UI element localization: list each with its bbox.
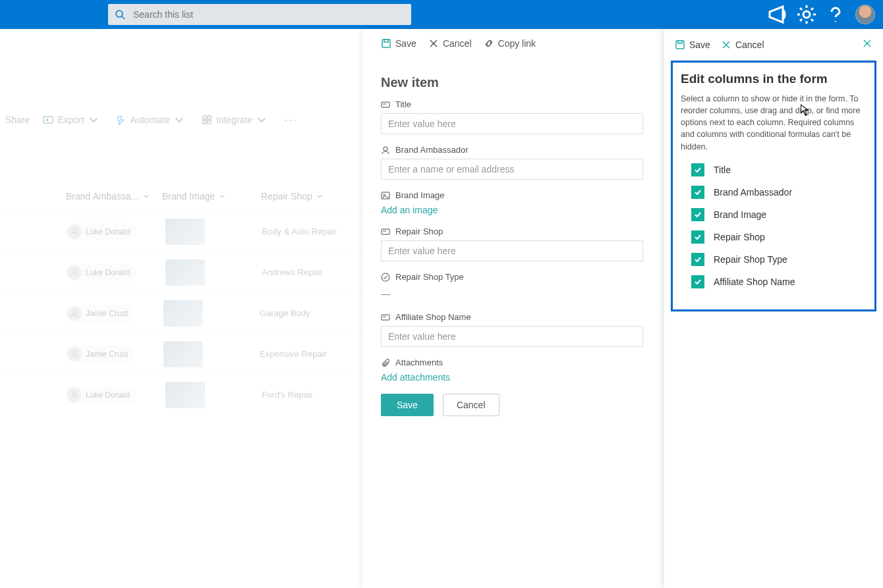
panel-toolbar: Save Cancel Copy link — [368, 29, 656, 58]
person-chip[interactable]: Luke Donald — [66, 264, 136, 281]
more-button[interactable]: ··· — [284, 113, 298, 127]
brand-ambassador-input[interactable] — [381, 159, 643, 180]
field-label-title: Title — [381, 99, 643, 109]
add-attachments-link[interactable]: Add attachments — [381, 372, 450, 383]
col-header-brand-image[interactable]: Brand Image — [162, 191, 261, 201]
checkbox-checked-icon[interactable] — [691, 253, 704, 266]
person-avatar-icon — [67, 265, 82, 280]
panel-copy-link-button[interactable]: Copy link — [484, 38, 536, 49]
new-item-panel: Save Cancel Copy link New item Title Bra… — [362, 29, 662, 588]
panel-title: New item — [381, 75, 656, 90]
repair-shop-cell: Garage Body — [260, 308, 310, 318]
column-name-label: Repair Shop — [714, 232, 765, 242]
brand-image-thumb — [165, 219, 205, 245]
gear-icon[interactable] — [796, 4, 817, 25]
search-input[interactable] — [133, 9, 405, 20]
search-box[interactable] — [108, 4, 411, 25]
column-checkbox-item[interactable]: Brand Image — [681, 208, 867, 221]
chevron-down-icon — [256, 115, 267, 125]
svg-point-9 — [72, 269, 76, 273]
form-actions: Save Cancel — [381, 394, 643, 416]
repair-shop-cell: Ford's Repair — [262, 390, 313, 400]
checkbox-checked-icon[interactable] — [691, 208, 704, 221]
column-name-label: Title — [714, 165, 731, 175]
form-cancel-button[interactable]: Cancel — [443, 394, 499, 416]
column-checkbox-item[interactable]: Title — [681, 163, 867, 176]
integrate-button[interactable]: Integrate — [202, 115, 271, 125]
column-checkbox-item[interactable]: Brand Ambassador — [681, 186, 867, 199]
person-name: Luke Donald — [86, 390, 130, 400]
svg-point-0 — [116, 11, 123, 17]
help-icon[interactable] — [825, 4, 846, 25]
person-avatar-icon — [67, 388, 82, 402]
person-name: Luke Donald — [86, 227, 130, 236]
panel-cancel-button[interactable]: Cancel — [428, 38, 472, 49]
brand-image-thumb — [163, 300, 203, 327]
field-label-repair-shop-type: Repair Shop Type — [381, 272, 643, 282]
person-chip[interactable]: Luke Donald — [66, 387, 136, 404]
export-button[interactable]: Export — [43, 115, 102, 125]
repair-shop-type-value[interactable]: — — [381, 286, 643, 302]
svg-point-19 — [384, 147, 387, 151]
column-checkbox-item[interactable]: Repair Shop Type — [681, 253, 867, 266]
person-chip[interactable]: Luke Donald — [66, 223, 136, 240]
person-name: Jamie Crust — [86, 350, 128, 359]
field-label-attachments: Attachments — [381, 358, 643, 367]
edit-columns-panel: Save Cancel Edit columns in the form Sel… — [664, 29, 883, 588]
svg-point-10 — [72, 310, 76, 313]
search-icon — [115, 9, 125, 20]
checkbox-checked-icon[interactable] — [691, 186, 704, 199]
svg-rect-28 — [678, 41, 682, 43]
chevron-down-icon — [174, 115, 185, 125]
edit-columns-title: Edit columns in the form — [681, 72, 867, 86]
affiliate-shop-name-input[interactable] — [381, 326, 643, 347]
user-avatar[interactable] — [855, 5, 875, 24]
column-checkbox-item[interactable]: Affiliate Shop Name — [681, 275, 867, 288]
brand-image-thumb — [165, 382, 205, 408]
field-label-repair-shop: Repair Shop — [381, 227, 643, 236]
edit-columns-toolbar: Save Cancel — [664, 29, 883, 61]
person-name: Luke Donald — [86, 268, 130, 277]
person-avatar-icon — [67, 225, 82, 239]
repair-shop-cell: Andrews Repair — [262, 267, 323, 277]
brand-image-thumb — [163, 341, 203, 367]
field-label-affiliate-shop-name: Affiliate Shop Name — [381, 312, 643, 322]
panel-save-button[interactable]: Save — [381, 38, 416, 49]
close-icon[interactable] — [862, 38, 872, 51]
edit-columns-description: Select a column to show or hide it in th… — [681, 93, 867, 153]
column-name-label: Repair Shop Type — [714, 254, 787, 265]
svg-rect-27 — [676, 41, 684, 49]
checkbox-checked-icon[interactable] — [691, 230, 704, 244]
person-avatar-icon — [67, 347, 82, 361]
svg-point-11 — [72, 351, 76, 354]
col-header-brand-ambassador[interactable]: Brand Ambassa... — [66, 191, 162, 201]
chevron-down-icon — [88, 115, 99, 125]
add-image-link[interactable]: Add an image — [381, 205, 438, 215]
person-chip[interactable]: Jamie Crust — [66, 346, 134, 363]
col-header-repair-shop[interactable]: Repair Shop — [261, 191, 360, 201]
automate-button[interactable]: Automate — [116, 115, 188, 125]
title-input[interactable] — [381, 113, 643, 134]
megaphone-icon[interactable] — [767, 4, 788, 25]
person-name: Jamie Crust — [86, 309, 128, 318]
svg-rect-14 — [384, 40, 388, 42]
edit-columns-save-button[interactable]: Save — [675, 40, 710, 50]
app-header — [0, 0, 883, 29]
checkbox-checked-icon[interactable] — [691, 163, 704, 176]
svg-rect-7 — [208, 120, 211, 124]
svg-point-2 — [803, 11, 810, 18]
svg-rect-6 — [203, 120, 206, 124]
form-save-button[interactable]: Save — [381, 394, 434, 416]
svg-point-8 — [72, 228, 76, 232]
checkbox-checked-icon[interactable] — [691, 275, 704, 288]
column-checkbox-item[interactable]: Repair Shop — [681, 230, 867, 244]
repair-shop-input[interactable] — [381, 240, 643, 261]
brand-image-thumb — [165, 259, 205, 286]
person-chip[interactable]: Jamie Crust — [66, 305, 134, 322]
column-name-label: Brand Ambassador — [714, 187, 792, 198]
repair-shop-cell: Body & Auto Repair — [262, 227, 336, 236]
edit-columns-cancel-button[interactable]: Cancel — [721, 40, 764, 50]
field-label-brand-image: Brand Image — [381, 190, 643, 200]
share-button[interactable]: Share — [5, 115, 30, 125]
svg-rect-4 — [203, 116, 206, 119]
